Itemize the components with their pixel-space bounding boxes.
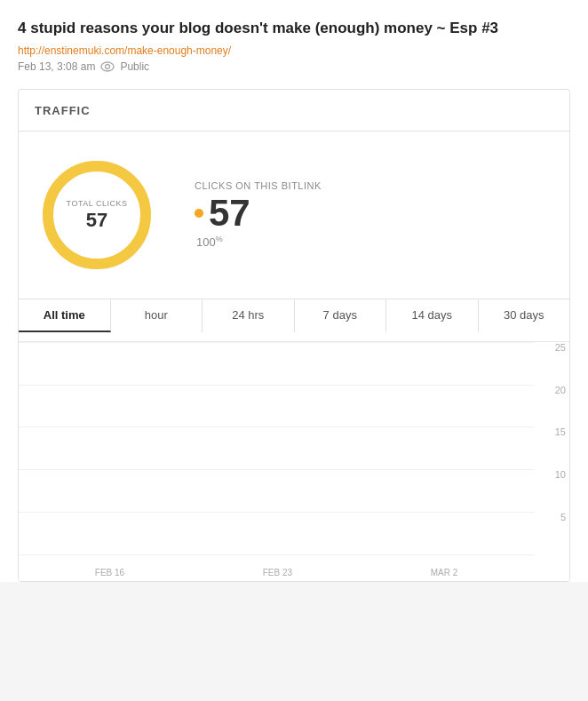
x-label-feb23: FEB 23 [263, 568, 292, 578]
x-label-mar2: MAR 2 [431, 568, 458, 578]
x-label-feb16: FEB 16 [95, 568, 124, 578]
page-container: 4 stupid reasons your blog doesn't make … [0, 0, 588, 582]
tab-30days[interactable]: 30 days [479, 299, 570, 332]
donut-chart: TOTAL CLICKS 57 [35, 153, 159, 277]
clicks-number: 57 [209, 195, 250, 232]
post-url[interactable]: http://enstinemuki.com/make-enough-money… [18, 44, 570, 57]
clicks-label: CLICKS ON THIS BITLINK [195, 180, 553, 191]
clicks-info: CLICKS ON THIS BITLINK 57 100% [195, 180, 553, 250]
grid-line-bottom [19, 554, 534, 555]
post-title: 4 stupid reasons your blog doesn't make … [18, 18, 570, 39]
svg-point-1 [106, 64, 110, 68]
post-date: Feb 13, 3:08 am [18, 60, 95, 73]
donut-value: 57 [67, 208, 128, 231]
clicks-percent: 100% [196, 235, 223, 249]
bars-container [19, 342, 534, 554]
clicks-dot [195, 209, 203, 218]
y-label-5: 5 [537, 512, 569, 522]
post-meta: Feb 13, 3:08 am Public [18, 60, 570, 73]
clicks-percent-row: 100% [195, 234, 553, 250]
chart-area: 25 20 15 10 5 [19, 332, 569, 581]
y-labels: 25 20 15 10 5 [537, 342, 569, 554]
tab-7days[interactable]: 7 days [295, 299, 387, 332]
x-labels: FEB 16 FEB 23 MAR 2 [19, 568, 534, 578]
traffic-body: TOTAL CLICKS 57 CLICKS ON THIS BITLINK 5… [19, 131, 569, 332]
eye-icon [100, 61, 115, 72]
tab-24hrs[interactable]: 24 hrs [203, 299, 295, 332]
traffic-card: TRAFFIC TOTAL CLICKS 57 CLICKS O [18, 89, 570, 582]
tab-hour[interactable]: hour [111, 299, 203, 332]
traffic-label: TRAFFIC [35, 104, 91, 117]
svg-point-0 [101, 62, 114, 71]
y-label-25: 25 [537, 342, 569, 353]
clicks-main: 57 [195, 195, 553, 232]
tab-all-time[interactable]: All time [19, 299, 111, 332]
donut-center: TOTAL CLICKS 57 [67, 198, 128, 231]
y-label-20: 20 [537, 385, 569, 395]
tab-14days[interactable]: 14 days [386, 299, 479, 332]
stats-row: TOTAL CLICKS 57 CLICKS ON THIS BITLINK 5… [35, 153, 553, 277]
y-label-15: 15 [537, 426, 569, 437]
traffic-header: TRAFFIC [19, 90, 569, 131]
time-tabs: All time hour 24 hrs 7 days 14 days 30 d… [19, 299, 569, 332]
y-label-10: 10 [537, 469, 569, 480]
donut-label: TOTAL CLICKS [67, 198, 128, 208]
chart-wrapper: 25 20 15 10 5 [19, 341, 569, 581]
post-visibility: Public [120, 60, 149, 73]
